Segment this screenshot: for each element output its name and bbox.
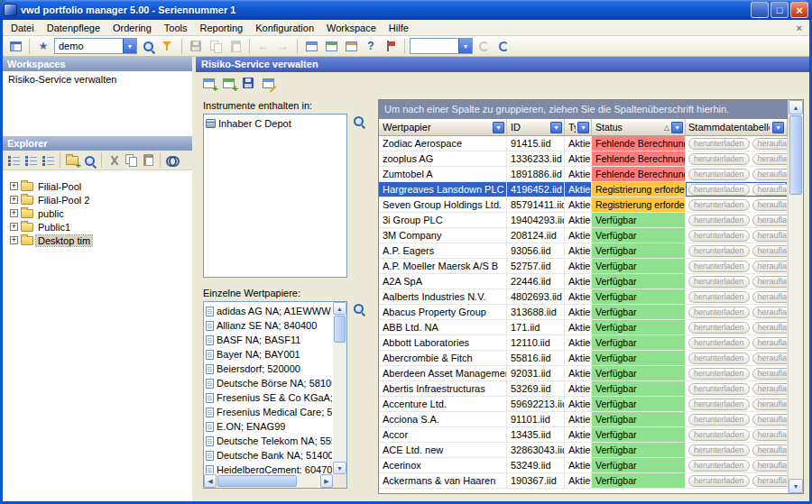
security-item[interactable]: Fresenius SE & Co KGaA; 5785	[206, 390, 332, 405]
menu-item[interactable]: Hilfe	[383, 22, 415, 34]
upload-button[interactable]: heraufladen	[752, 261, 788, 272]
security-item[interactable]: Allianz SE NA; 840400	[206, 318, 332, 333]
table-row[interactable]: Acerinox 53249.iid Aktie Verfügbar herun…	[379, 458, 788, 473]
securities-listbox[interactable]: adidas AG NA; A1EWWW Allianz SE NA; 8404…	[203, 301, 347, 489]
download-button[interactable]: herunterladen	[688, 184, 750, 196]
download-button[interactable]: herunterladen	[688, 245, 750, 257]
menu-item[interactable]: Ordering	[106, 22, 158, 34]
menubar-close-icon[interactable]: ×	[791, 23, 807, 33]
download-button[interactable]: herunterladen	[688, 291, 750, 303]
security-item[interactable]: Bayer NA; BAY001	[206, 347, 332, 362]
expand-icon[interactable]: +	[10, 182, 18, 190]
upload-button[interactable]: heraufladen	[752, 138, 788, 150]
download-button[interactable]: herunterladen	[688, 199, 750, 211]
download-button[interactable]: herunterladen	[688, 169, 750, 180]
download-button[interactable]: herunterladen	[688, 138, 750, 150]
filter-icon[interactable]: ▼	[577, 122, 589, 133]
upload-button[interactable]: heraufladen	[752, 153, 788, 165]
scroll-down-icon[interactable]: ▼	[333, 462, 346, 474]
menu-item[interactable]: Datenpflege	[41, 22, 106, 34]
upload-button[interactable]: heraufladen	[752, 215, 788, 226]
copy-icon[interactable]	[123, 152, 139, 169]
forward-icon[interactable]: →	[274, 37, 292, 55]
table-report-icon[interactable]	[302, 37, 320, 55]
scrollbar-thumb[interactable]	[334, 316, 346, 343]
security-item[interactable]: Fresenius Medical Care; 57858	[206, 405, 332, 419]
table-row[interactable]: Accor 13435.iid Aktie Verfügbar herunter…	[379, 427, 788, 443]
download-button[interactable]: herunterladen	[688, 368, 750, 380]
menu-item[interactable]: Workspace	[320, 22, 383, 34]
scroll-up-icon[interactable]: ▲	[333, 302, 346, 315]
search-icon[interactable]	[139, 37, 157, 55]
back-icon[interactable]: ←	[254, 37, 272, 55]
tree-item[interactable]: + Desktop tim	[10, 234, 189, 247]
security-item[interactable]: Deutsche Börse NA; 581005	[206, 376, 332, 390]
upload-button[interactable]: heraufladen	[752, 460, 788, 472]
securities-vertical-scrollbar[interactable]: ▲ ▼	[333, 302, 346, 474]
tree-item[interactable]: + Filial-Pool	[10, 179, 189, 193]
expand-icon[interactable]: +	[10, 209, 18, 217]
download-button[interactable]: herunterladen	[688, 475, 750, 487]
combo-dropdown-icon[interactable]: ▼	[458, 39, 472, 53]
download-button[interactable]: herunterladen	[688, 399, 750, 410]
column-header-wertpapier[interactable]: Wertpapier ▼	[379, 119, 507, 136]
minimize-button[interactable]: _	[751, 2, 769, 18]
grid-vertical-scrollbar[interactable]: ▲ ▼	[788, 100, 803, 493]
scrollbar-thumb[interactable]	[789, 115, 802, 195]
tree-item[interactable]: + Public1	[10, 220, 189, 234]
security-item[interactable]: BASF NA; BASF11	[206, 333, 332, 347]
table-row[interactable]: Hargreaves Lansdown PLC 4196452.iid Akti…	[379, 182, 788, 197]
instruments-search-icon[interactable]	[351, 114, 367, 130]
column-header-id[interactable]: ID ▼	[507, 119, 565, 136]
table-row[interactable]: Aalberts Industries N.V. 4802693.iid Akt…	[379, 289, 788, 305]
paste-icon[interactable]	[140, 152, 156, 169]
filter-icon[interactable]: ▼	[671, 122, 683, 133]
upload-button[interactable]: heraufladen	[752, 383, 788, 395]
table-row[interactable]: Abercrombie & Fitch 55816.iid Aktie Verf…	[379, 351, 788, 366]
help-icon[interactable]: ?	[362, 37, 380, 55]
find-icon[interactable]	[164, 152, 180, 169]
download-button[interactable]: herunterladen	[688, 444, 750, 456]
menu-item[interactable]: Datei	[5, 22, 41, 34]
filter-icon[interactable]: ▼	[772, 122, 784, 133]
security-item[interactable]: adidas AG NA; A1EWWW	[206, 304, 332, 318]
download-button[interactable]: herunterladen	[688, 353, 750, 364]
combo-dropdown-icon[interactable]: ▼	[123, 39, 136, 53]
title-bar[interactable]: vwd portfolio manager 5.00 - Seriennumme…	[0, 0, 812, 20]
security-item[interactable]: HeidelbergCement; 604700	[206, 463, 332, 473]
scroll-up-icon[interactable]: ▲	[789, 100, 803, 115]
table-report-orange-icon[interactable]	[342, 37, 360, 55]
upload-button[interactable]: heraufladen	[752, 169, 788, 180]
table-row[interactable]: A.P. Moeller Maersk A/S B 52757.iid Akti…	[379, 259, 788, 274]
upload-button[interactable]: heraufladen	[752, 429, 788, 441]
instrument-item[interactable]: Inhaber C Depot	[206, 116, 345, 131]
expand-icon[interactable]: +	[10, 223, 18, 231]
save-icon[interactable]	[187, 37, 205, 55]
table-row[interactable]: Zumtobel A 1891886.iid Aktie Fehlende Be…	[379, 167, 788, 182]
download-button[interactable]: herunterladen	[688, 261, 750, 272]
upload-button[interactable]: heraufladen	[752, 353, 788, 364]
add-security-icon[interactable]: +	[219, 74, 237, 92]
table-row[interactable]: Abacus Property Group 313688.iid Aktie V…	[379, 305, 788, 320]
menu-item[interactable]: Tools	[158, 22, 194, 34]
upload-button[interactable]: heraufladen	[752, 291, 788, 303]
securities-search-icon[interactable]	[351, 301, 367, 317]
paste-icon[interactable]	[226, 37, 245, 55]
layout-icon[interactable]	[6, 37, 24, 55]
upload-button[interactable]: heraufladen	[752, 475, 788, 487]
upload-button[interactable]: heraufladen	[752, 337, 788, 349]
cut-icon[interactable]	[106, 152, 122, 169]
download-button[interactable]: herunterladen	[688, 153, 750, 165]
instruments-listbox[interactable]: Inhaber C Depot	[203, 114, 347, 278]
download-button[interactable]: herunterladen	[688, 230, 750, 242]
sync-icon[interactable]	[494, 37, 512, 55]
upload-button[interactable]: heraufladen	[752, 307, 788, 318]
table-row[interactable]: Abertis Infraestructuras 53269.iid Aktie…	[379, 381, 788, 397]
view-tree-icon[interactable]	[5, 152, 22, 169]
symbol-combo[interactable]: ▼	[410, 38, 473, 54]
edit-grid-icon[interactable]	[259, 74, 277, 92]
upload-button[interactable]: heraufladen	[752, 184, 788, 196]
table-row[interactable]: Aberdeen Asset Management 92031.iid Akti…	[379, 366, 788, 381]
download-button[interactable]: herunterladen	[688, 307, 750, 318]
table-row[interactable]: A.P. Eagers 93056.iid Aktie Verfügbar he…	[379, 243, 788, 259]
